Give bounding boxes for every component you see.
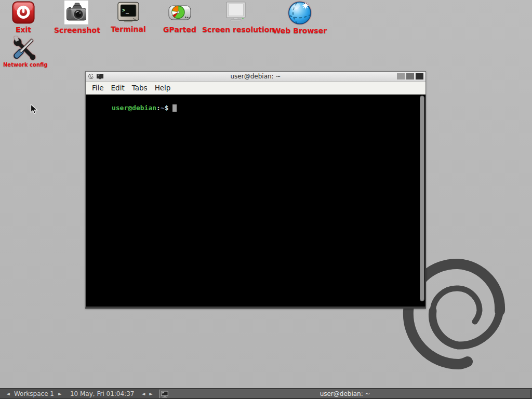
terminal-crt-icon: > _ xyxy=(117,2,140,23)
menu-file[interactable]: File xyxy=(88,83,108,93)
close-button[interactable] xyxy=(416,73,423,79)
desktop-icon-exit[interactable]: Exit xyxy=(3,1,44,34)
taskbar-clock: 10 May, Fri 01:04:37 xyxy=(68,390,137,397)
terminal-scrollbar[interactable] xyxy=(419,96,425,304)
terminal-content[interactable]: user@debian:~$ xyxy=(86,95,425,306)
icon-label-network-config: Network config xyxy=(3,62,46,68)
tasklist-prev-arrow[interactable]: ◄ xyxy=(139,389,147,399)
tasklist-next-arrow[interactable]: ► xyxy=(147,389,155,399)
desktop-icon-gparted[interactable]: GParted xyxy=(158,1,201,34)
prompt-symbol: $ xyxy=(165,104,173,112)
terminal-window: user@debian: ~ File Edit Tabs Help user@… xyxy=(85,71,426,309)
maximize-button[interactable] xyxy=(406,73,414,79)
desktop-icon-terminal[interactable]: > _ Terminal xyxy=(108,2,149,33)
workspace-next-arrow[interactable]: ► xyxy=(56,389,64,399)
icon-label-exit: Exit xyxy=(3,25,44,34)
gparted-disk-icon xyxy=(167,1,192,24)
prompt-separator: : xyxy=(156,104,161,112)
taskbar: ◄ Workspace 1 ► 10 May, Fri 01:04:37 ◄ ►… xyxy=(0,388,532,399)
debian-swirl-icon xyxy=(88,73,94,79)
desktop-icon-network-config[interactable]: Network config xyxy=(3,36,46,68)
desktop-icon-screen-resolution[interactable]: Screen resolution xyxy=(202,1,270,34)
desktop-icon-screenshot[interactable]: Screenshot xyxy=(54,1,99,34)
terminal-titlebar[interactable]: user@debian: ~ xyxy=(86,72,425,82)
menu-help[interactable]: Help xyxy=(151,83,175,93)
svg-text:_: _ xyxy=(126,7,129,14)
monitor-icon xyxy=(224,1,248,24)
menu-edit[interactable]: Edit xyxy=(108,83,128,93)
shell-prompt: user@debian:~$ xyxy=(87,96,177,119)
menu-tabs[interactable]: Tabs xyxy=(128,83,151,93)
icon-label-terminal: Terminal xyxy=(108,25,149,33)
terminal-cursor xyxy=(172,104,177,112)
prompt-path: ~ xyxy=(161,104,165,112)
exit-power-icon xyxy=(12,1,35,24)
minimize-button[interactable] xyxy=(397,73,405,79)
mouse-cursor xyxy=(30,104,38,115)
camera-icon xyxy=(64,1,88,24)
prompt-user-host: user@debian xyxy=(112,104,156,112)
task-monitor-icon xyxy=(161,391,169,398)
window-title: user@debian: ~ xyxy=(86,73,425,80)
taskbar-window-button[interactable]: user@debian: ~ xyxy=(159,390,531,398)
icon-label-web-browser: Web Browser xyxy=(272,26,327,35)
globe-icon xyxy=(287,0,312,25)
task-button-title: user@debian: ~ xyxy=(320,390,370,397)
svg-text:>: > xyxy=(122,7,125,13)
workspace-label[interactable]: Workspace 1 xyxy=(12,390,56,397)
terminal-menubar: File Edit Tabs Help xyxy=(86,82,425,95)
workspace-prev-arrow[interactable]: ◄ xyxy=(4,389,12,399)
icon-label-gparted: GParted xyxy=(158,25,201,34)
terminal-mini-icon xyxy=(97,74,103,79)
icon-label-screenshot: Screenshot xyxy=(54,26,99,34)
desktop-icon-web-browser[interactable]: Web Browser xyxy=(272,0,327,35)
scrollbar-thumb[interactable] xyxy=(420,96,424,301)
icon-label-screen-resolution: Screen resolution xyxy=(202,25,270,34)
tools-wrench-screwdriver-icon xyxy=(12,36,37,60)
